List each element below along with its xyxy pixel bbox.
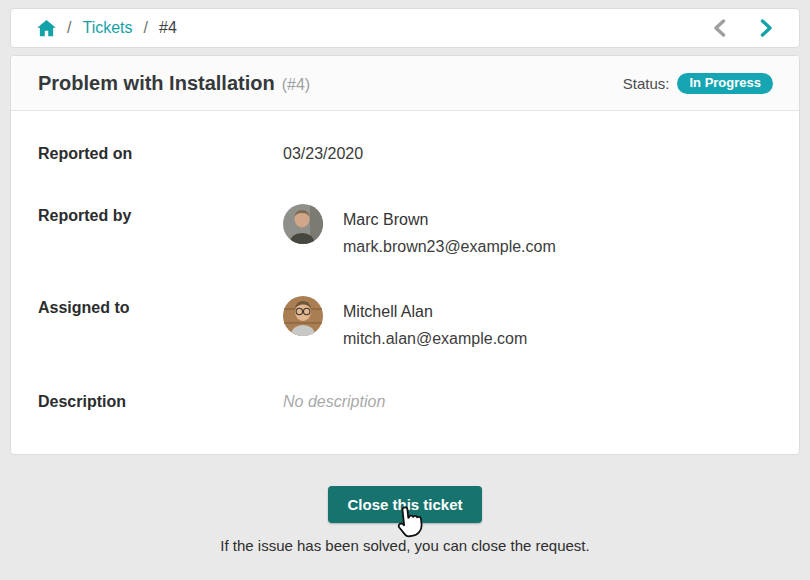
breadcrumb-separator: / bbox=[67, 19, 71, 37]
user-photo-avatar bbox=[283, 204, 323, 244]
ticket-header: Problem with Installation(#4) Status: In… bbox=[11, 56, 799, 111]
field-label: Reported by bbox=[38, 206, 283, 225]
row-reported-on: Reported on 03/23/2020 bbox=[38, 144, 773, 163]
user-email: mark.brown23@example.com bbox=[343, 233, 556, 260]
breadcrumb: / Tickets / #4 bbox=[10, 8, 800, 48]
footer-actions: Close this ticket If the issue has been … bbox=[0, 486, 810, 554]
breadcrumb-link-tickets[interactable]: Tickets bbox=[82, 19, 132, 37]
status-label: Status: bbox=[623, 75, 670, 92]
user-email: mitch.alan@example.com bbox=[343, 325, 527, 352]
row-reported-by: Reported by Marc Brown mark.brown23@exam… bbox=[38, 206, 773, 260]
chevron-right-icon[interactable] bbox=[758, 17, 775, 39]
status-badge: In Progress bbox=[677, 73, 773, 94]
chevron-left-icon[interactable] bbox=[711, 17, 728, 39]
row-description: Description No description bbox=[38, 392, 773, 411]
field-label: Description bbox=[38, 392, 283, 411]
close-ticket-button[interactable]: Close this ticket bbox=[328, 486, 481, 523]
breadcrumb-separator: / bbox=[144, 19, 148, 37]
home-icon[interactable] bbox=[37, 20, 56, 37]
reported-on-value: 03/23/2020 bbox=[283, 144, 363, 163]
description-value: No description bbox=[283, 392, 385, 411]
page-title: Problem with Installation(#4) bbox=[38, 72, 310, 95]
breadcrumb-current-ticket: #4 bbox=[159, 19, 177, 37]
user-photo-avatar bbox=[283, 296, 323, 336]
field-label: Reported on bbox=[38, 144, 283, 163]
user-name: Mitchell Alan bbox=[343, 298, 527, 325]
row-assigned-to: Assigned to Mitchell Alan bbox=[38, 298, 773, 352]
field-label: Assigned to bbox=[38, 298, 283, 317]
user-name: Marc Brown bbox=[343, 206, 556, 233]
ticket-number: (#4) bbox=[282, 76, 310, 93]
ticket-detail-card: Problem with Installation(#4) Status: In… bbox=[10, 55, 800, 455]
close-ticket-hint: If the issue has been solved, you can cl… bbox=[0, 537, 810, 554]
